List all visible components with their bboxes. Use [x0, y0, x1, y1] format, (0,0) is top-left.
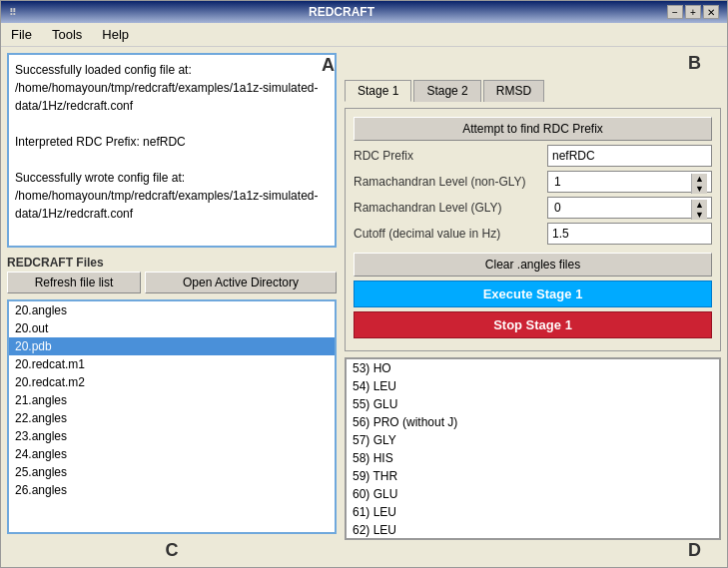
result-list-item[interactable]: 59) THR [347, 467, 719, 485]
maximize-button[interactable]: + [685, 5, 701, 19]
title-bar: ⠿ REDCRAFT − + ✕ [1, 1, 727, 23]
tab-stage1[interactable]: Stage 1 [345, 80, 411, 102]
left-panel: Successfully loaded config file at: /hom… [7, 53, 337, 561]
cutoff-input[interactable] [547, 223, 712, 245]
ramachandran-gly-value: 0 [552, 199, 691, 217]
clear-angles-button[interactable]: Clear .angles files [354, 253, 712, 277]
file-list-item[interactable]: 20.pdb [9, 337, 335, 355]
file-list-item[interactable]: 21.angles [9, 391, 335, 409]
section-c-label: C [7, 540, 337, 561]
menu-help[interactable]: Help [96, 25, 135, 44]
ramachandran-gly-down[interactable]: ▼ [691, 210, 707, 220]
file-controls: Refresh file list Open Active Directory [7, 272, 337, 293]
file-list-item[interactable]: 25.angles [9, 463, 335, 481]
rdc-prefix-label: RDC Prefix [354, 149, 543, 163]
result-list-item[interactable]: 61) LEU [347, 503, 719, 521]
minimize-button[interactable]: − [667, 5, 683, 19]
result-list-item[interactable]: 54) LEU [347, 377, 719, 395]
result-list-item[interactable]: 60) GLU [347, 485, 719, 503]
result-list-item[interactable]: 55) GLU [347, 395, 719, 413]
log-area: Successfully loaded config file at: /hom… [7, 53, 337, 248]
ramachandran-nongly-spinner: 1 ▲ ▼ [547, 171, 712, 193]
menu-tools[interactable]: Tools [46, 25, 88, 44]
rdc-prefix-row: RDC Prefix [354, 145, 712, 167]
open-dir-button[interactable]: Open Active Directory [145, 272, 337, 293]
ramachandran-gly-up[interactable]: ▲ [691, 200, 707, 210]
menu-bar: File Tools Help [1, 23, 727, 47]
log-section: Successfully loaded config file at: /hom… [7, 53, 337, 248]
tab-rmsd[interactable]: RMSD [483, 80, 544, 102]
tab-stage2[interactable]: Stage 2 [413, 80, 480, 102]
file-list-item[interactable]: 20.redcat.m1 [9, 355, 335, 373]
file-list-item[interactable]: 26.angles [9, 481, 335, 499]
main-window: ⠿ REDCRAFT − + ✕ File Tools Help Success… [0, 0, 728, 568]
file-list-item[interactable]: 20.redcat.m2 [9, 373, 335, 391]
files-section: REDCRAFT Files Refresh file list Open Ac… [7, 254, 337, 293]
file-list-item[interactable]: 24.angles [9, 445, 335, 463]
result-list[interactable]: 53) HO54) LEU55) GLU56) PRO (without J)5… [345, 357, 721, 540]
ramachandran-nongly-label: Ramachandran Level (non-GLY) [354, 175, 543, 189]
ramachandran-gly-label: Ramachandran Level (GLY) [354, 201, 543, 215]
find-prefix-button[interactable]: Attempt to find RDC Prefix [354, 117, 712, 141]
window-title: REDCRAFT [16, 5, 667, 19]
close-button[interactable]: ✕ [703, 5, 719, 19]
file-list-item[interactable]: 23.angles [9, 427, 335, 445]
main-content: Successfully loaded config file at: /hom… [1, 47, 727, 567]
refresh-button[interactable]: Refresh file list [7, 272, 141, 293]
section-b-label: B [345, 53, 721, 74]
result-list-item[interactable]: 53) HO [347, 359, 719, 377]
ramachandran-nongly-up[interactable]: ▲ [691, 174, 707, 184]
cutoff-label: Cutoff (decimal value in Hz) [354, 227, 543, 241]
file-list[interactable]: 20.angles20.out20.pdb20.redcat.m120.redc… [7, 299, 337, 534]
ramachandran-nongly-value: 1 [552, 173, 691, 191]
ramachandran-gly-row: Ramachandran Level (GLY) 0 ▲ ▼ [354, 197, 712, 219]
tab-content: Attempt to find RDC Prefix RDC Prefix Ra… [345, 108, 721, 351]
ramachandran-gly-spinner: 0 ▲ ▼ [547, 197, 712, 219]
ramachandran-nongly-down[interactable]: ▼ [691, 184, 707, 194]
file-list-item[interactable]: 22.angles [9, 409, 335, 427]
result-list-item[interactable]: 57) GLY [347, 431, 719, 449]
file-list-item[interactable]: 20.out [9, 319, 335, 337]
log-text: Successfully loaded config file at: /hom… [15, 63, 318, 221]
stop-stage1-button[interactable]: Stop Stage 1 [354, 311, 712, 338]
right-panel: B Stage 1 Stage 2 RMSD Attempt to find R… [345, 53, 721, 561]
window-controls: − + ✕ [667, 5, 719, 19]
file-list-item[interactable]: 20.angles [9, 301, 335, 319]
menu-file[interactable]: File [5, 25, 38, 44]
rdc-prefix-input[interactable] [547, 145, 712, 167]
ramachandran-nongly-row: Ramachandran Level (non-GLY) 1 ▲ ▼ [354, 171, 712, 193]
tab-bar: Stage 1 Stage 2 RMSD [345, 80, 721, 102]
section-d-label: D [345, 540, 721, 561]
execute-stage1-button[interactable]: Execute Stage 1 [354, 281, 712, 307]
result-list-item[interactable]: 56) PRO (without J) [347, 413, 719, 431]
cutoff-row: Cutoff (decimal value in Hz) [354, 223, 712, 245]
result-list-item[interactable]: 58) HIS [347, 449, 719, 467]
result-list-item[interactable]: 62) LEU [347, 521, 719, 539]
results-section: 53) HO54) LEU55) GLU56) PRO (without J)5… [345, 357, 721, 561]
files-header: REDCRAFT Files [7, 256, 337, 270]
title-drag: ⠿ [9, 7, 16, 18]
